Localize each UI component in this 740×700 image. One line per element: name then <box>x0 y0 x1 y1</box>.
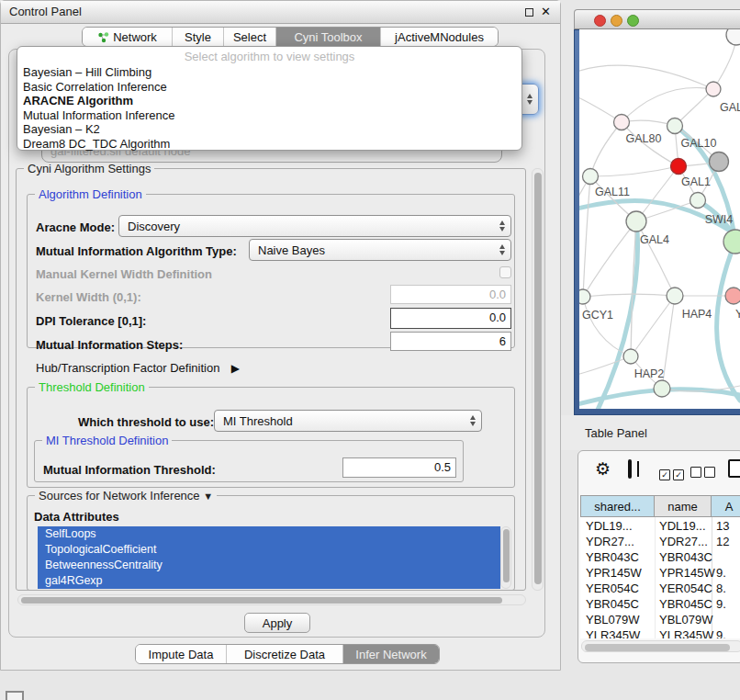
cell[interactable]: YDL19... <box>586 519 633 533</box>
minimize-traffic-light[interactable] <box>611 15 622 27</box>
cell[interactable]: YER054C <box>659 581 712 595</box>
tab-discretize-data[interactable]: Discretize Data <box>226 645 342 663</box>
kernel-width-field[interactable]: 0.0 <box>390 285 511 304</box>
which-threshold-combo[interactable]: MI Threshold <box>214 410 482 432</box>
close-traffic-light[interactable] <box>594 15 606 27</box>
scrollbar-thumb[interactable] <box>534 173 542 584</box>
tab-cyni-toolbox[interactable]: Cyni Toolbox <box>275 28 380 46</box>
cell[interactable]: YER054C <box>586 581 639 595</box>
cell[interactable]: YBL079W <box>659 613 713 627</box>
settings-horizontal-scrollbar[interactable] <box>17 594 526 605</box>
cell[interactable]: 9. <box>716 566 726 580</box>
algorithm-definition-title: Algorithm Definition <box>35 187 146 201</box>
node-label: GAL11 <box>595 186 630 198</box>
cell[interactable]: 9. <box>716 597 726 611</box>
export-table-icon[interactable] <box>728 459 740 478</box>
algorithm-option-aracne[interactable]: ARACNE Algorithm <box>17 94 521 108</box>
node-bright-green[interactable] <box>723 230 740 254</box>
network-canvas[interactable]: GAL GAL80 GAL10 GAL1 GAL11 SWI4 GAL4 GCY… <box>579 29 740 409</box>
node-gal10[interactable] <box>667 119 683 134</box>
deselect-all-columns-icon[interactable] <box>690 465 718 481</box>
cell[interactable]: YDL19... <box>659 519 706 533</box>
network-graph: GAL GAL80 GAL10 GAL1 GAL11 SWI4 GAL4 GCY… <box>579 29 740 409</box>
zoom-traffic-light[interactable] <box>627 15 639 27</box>
algorithm-option-basic-correlation[interactable]: Basic Correlation Inference <box>17 80 521 95</box>
node-gal11[interactable] <box>583 169 599 185</box>
tab-infer-network[interactable]: Infer Network <box>342 645 439 663</box>
list-item-selfloops[interactable]: SelfLoops <box>38 526 500 542</box>
tab-style-label: Style <box>185 30 211 44</box>
cell[interactable]: YPR145W <box>659 566 715 580</box>
node-bottom-green[interactable] <box>654 380 670 397</box>
tab-style[interactable]: Style <box>172 28 223 46</box>
cell[interactable]: YLR345W <box>659 628 713 638</box>
column-header-shared[interactable]: shared... <box>580 495 655 517</box>
manual-kernel-checkbox[interactable] <box>499 266 511 278</box>
apply-button[interactable]: Apply <box>244 613 310 633</box>
cell[interactable]: YPR145W <box>586 566 642 580</box>
cell[interactable]: YBR043C <box>586 550 639 564</box>
threshold-definition-title: Threshold Definition <box>35 380 149 394</box>
aracne-mode-combo[interactable]: Discovery <box>118 215 511 237</box>
list-item-betweennesscentrality[interactable]: BetweennessCentrality <box>38 558 500 573</box>
tab-network[interactable]: Network <box>83 28 172 46</box>
cell[interactable]: 13 <box>716 519 729 533</box>
algorithm-option-mutual-information[interactable]: Mutual Information Inference <box>17 108 521 123</box>
tab-impute-data[interactable]: Impute Data <box>136 645 226 663</box>
gear-icon[interactable]: ⚙ <box>595 460 611 479</box>
settings-vertical-scrollbar[interactable] <box>532 168 544 591</box>
control-panel-tabs: Network Style Select Cyni Toolbox jActiv… <box>82 27 499 47</box>
mi-threshold-group-title: MI Threshold Definition <box>42 434 172 447</box>
node-label: GCY1 <box>582 309 613 322</box>
cell[interactable]: 12 <box>716 535 729 548</box>
minimized-panel-stub[interactable] <box>6 691 24 700</box>
dpi-tolerance-field[interactable]: 0.0 <box>390 308 511 329</box>
cell[interactable]: YDR27... <box>659 535 708 548</box>
node-hap4[interactable] <box>667 288 683 304</box>
tab-jactivemnodules-label: jActiveMNodules <box>395 30 484 44</box>
scrollbar-thumb[interactable] <box>503 529 510 582</box>
stepper-arrows-icon <box>499 220 505 231</box>
node-gcy1[interactable] <box>579 289 590 304</box>
column-header-3[interactable]: A <box>711 495 740 517</box>
node-salmon[interactable] <box>725 288 740 304</box>
node-unlabeled-top[interactable] <box>726 29 740 45</box>
cell[interactable]: YBR045C <box>586 597 639 611</box>
mi-steps-field[interactable]: 6 <box>390 332 511 351</box>
cell[interactable]: YBL079W <box>586 613 640 627</box>
hub-definition-section[interactable]: Hub/Transcription Factor Definition ▶ <box>36 359 240 376</box>
cell[interactable]: YDR27... <box>586 535 634 548</box>
table-horizontal-scrollbar[interactable] <box>581 640 740 652</box>
cell[interactable]: YBR045C <box>659 597 712 611</box>
column-header-name[interactable]: name <box>654 495 712 517</box>
scrollbar-thumb[interactable] <box>585 644 730 651</box>
node-gray[interactable] <box>710 152 729 172</box>
mi-type-combo[interactable]: Naive Bayes <box>249 239 511 261</box>
cell[interactable]: 9. <box>716 628 726 638</box>
attributes-list-vertical-scrollbar[interactable] <box>500 526 511 589</box>
node-gal4[interactable] <box>626 211 646 231</box>
list-item-topologicalcoefficient[interactable]: TopologicalCoefficient <box>38 542 500 558</box>
column-layout-icon[interactable] <box>628 459 632 479</box>
algorithm-option-dream8[interactable]: Dream8 DC_TDC Algorithm <box>17 137 521 152</box>
node-gal-partial[interactable] <box>706 82 721 96</box>
tab-jactivemnodules[interactable]: jActiveMNodules <box>380 28 498 46</box>
tab-select[interactable]: Select <box>223 28 275 46</box>
algorithm-option-bayesian-k2[interactable]: Bayesian – K2 <box>17 122 521 137</box>
list-item-gal4rgexp[interactable]: gal4RGexp <box>38 573 500 589</box>
cell[interactable]: 8. <box>716 581 726 595</box>
close-icon[interactable]: ✕ <box>541 1 551 23</box>
cell[interactable]: YBR043C <box>659 550 712 564</box>
algorithm-option-bayesian-hill-climbing[interactable]: Bayesian – Hill Climbing <box>17 65 521 80</box>
node-gal1[interactable] <box>671 159 687 175</box>
scrollbar-thumb[interactable] <box>21 597 502 604</box>
select-all-columns-icon[interactable]: ✓✓ <box>659 465 687 481</box>
mi-type-value: Naive Bayes <box>258 243 325 257</box>
mi-threshold-field[interactable]: 0.5 <box>342 457 456 478</box>
node-hap2[interactable] <box>623 349 638 364</box>
cell[interactable]: YLR345W <box>586 628 640 638</box>
node-swi4[interactable] <box>690 193 706 209</box>
float-window-icon[interactable] <box>525 8 533 17</box>
node-gal80[interactable] <box>614 115 630 130</box>
expand-arrow-icon[interactable]: ▼ <box>203 491 213 502</box>
